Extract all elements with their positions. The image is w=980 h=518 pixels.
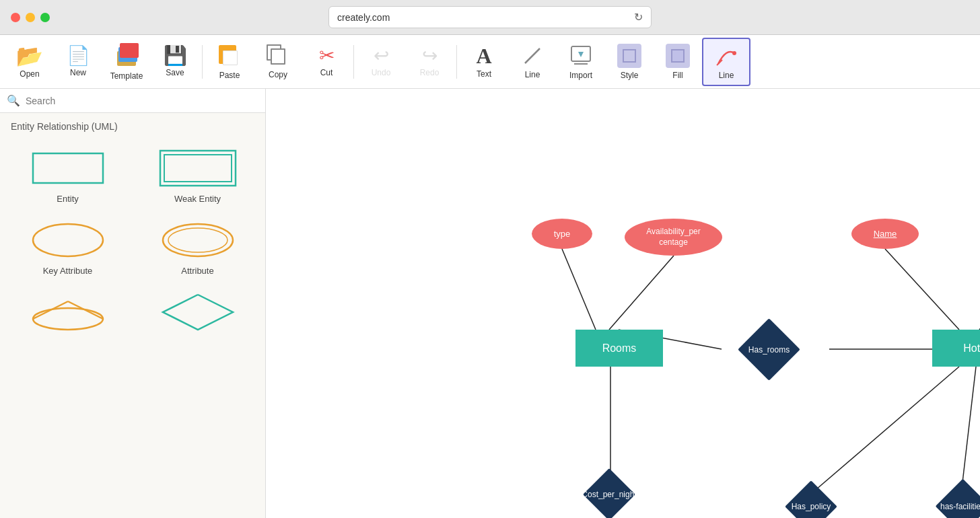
toolbar: 📂 Open 📄 New Template 💾 Save Paste Cop bbox=[0, 35, 980, 89]
cut-icon: ✂ bbox=[319, 46, 335, 65]
maximize-button[interactable] bbox=[40, 13, 50, 22]
svg-line-16 bbox=[33, 301, 68, 319]
has-facilities-attribute[interactable]: has-facilities bbox=[912, 488, 980, 518]
text-label: Text bbox=[477, 69, 491, 79]
undo-icon: ↩ bbox=[374, 46, 389, 65]
svg-point-13 bbox=[163, 224, 233, 256]
type-attribute[interactable]: type bbox=[532, 219, 592, 249]
import-tool[interactable]: Import bbox=[557, 38, 605, 86]
has-policy-attribute[interactable]: Has_policy bbox=[764, 488, 858, 518]
line-active-icon bbox=[714, 44, 738, 68]
svg-line-21 bbox=[562, 249, 596, 330]
svg-line-17 bbox=[68, 301, 103, 319]
rooms-label: Rooms bbox=[602, 342, 637, 355]
copy-label: Copy bbox=[269, 70, 287, 79]
hotel-entity[interactable]: Hotel bbox=[932, 330, 980, 367]
svg-line-0 bbox=[525, 48, 540, 63]
fill-tool[interactable]: Fill bbox=[654, 38, 702, 86]
undo-tool[interactable]: ↩ Undo bbox=[357, 38, 405, 86]
has-rooms-label: Has_rooms bbox=[748, 345, 790, 355]
hotel-label: Hotel bbox=[963, 342, 980, 355]
style-icon bbox=[617, 44, 641, 68]
template-tool[interactable]: Template bbox=[102, 38, 151, 86]
new-label: New bbox=[70, 68, 86, 77]
availability-attribute[interactable]: Availability_percentage bbox=[625, 219, 722, 256]
sidebar: 🔍 Entity Relationship (UML) Entity Weak … bbox=[0, 89, 266, 518]
category-title: Entity Relationship (UML) bbox=[0, 113, 265, 137]
copy-icon bbox=[267, 44, 289, 67]
redo-label: Redo bbox=[420, 68, 440, 77]
save-label: Save bbox=[166, 68, 184, 77]
text-tool[interactable]: A Text bbox=[460, 38, 508, 86]
redo-tool[interactable]: ↪ Redo bbox=[405, 38, 454, 86]
svg-line-23 bbox=[885, 249, 959, 330]
svg-rect-10 bbox=[160, 151, 236, 186]
template-icon bbox=[114, 43, 139, 69]
redo-icon: ↪ bbox=[422, 46, 438, 65]
cut-label: Cut bbox=[320, 68, 333, 77]
svg-rect-5 bbox=[672, 50, 684, 62]
fill-label: Fill bbox=[672, 71, 682, 80]
svg-point-12 bbox=[33, 224, 103, 256]
weak-entity-svg bbox=[158, 148, 238, 188]
more-shape-2[interactable] bbox=[135, 287, 260, 343]
open-tool[interactable]: 📂 Open bbox=[5, 38, 54, 86]
save-tool[interactable]: 💾 Save bbox=[151, 38, 199, 86]
svg-point-7 bbox=[732, 51, 736, 55]
new-tool[interactable]: 📄 New bbox=[54, 38, 102, 86]
paste-label: Paste bbox=[219, 71, 240, 80]
separator-1 bbox=[202, 45, 203, 79]
more-shape-1[interactable] bbox=[5, 287, 130, 343]
separator-3 bbox=[456, 45, 457, 79]
has-facilities-label: has-facilities bbox=[940, 502, 980, 511]
undo-label: Undo bbox=[372, 68, 391, 77]
line-label: Line bbox=[525, 70, 540, 79]
url-text: creately.com bbox=[337, 12, 390, 23]
search-input[interactable] bbox=[26, 96, 258, 106]
attribute-label: Attribute bbox=[181, 266, 213, 276]
style-label: Style bbox=[621, 71, 639, 80]
url-bar[interactable]: creately.com ↻ bbox=[328, 6, 652, 28]
type-label: type bbox=[554, 229, 571, 239]
line-active-tool[interactable]: Line bbox=[702, 38, 750, 86]
name-label: Name bbox=[874, 229, 897, 239]
attribute-svg bbox=[158, 220, 238, 260]
close-button[interactable] bbox=[11, 13, 20, 22]
line-tool[interactable]: Line bbox=[508, 38, 557, 86]
has-policy-label: Has_policy bbox=[792, 502, 831, 511]
canvas[interactable]: type Availability_percentage Name Rating… bbox=[266, 89, 980, 518]
minimize-button[interactable] bbox=[26, 13, 35, 22]
name-attribute[interactable]: Name bbox=[851, 219, 919, 249]
availability-label: Availability_percentage bbox=[646, 227, 701, 248]
entity-svg bbox=[28, 148, 108, 188]
svg-point-14 bbox=[168, 228, 228, 252]
reload-icon[interactable]: ↻ bbox=[634, 11, 643, 24]
template-label: Template bbox=[110, 71, 143, 81]
cost-attribute[interactable]: Cost_per_night bbox=[555, 476, 663, 513]
entity-shape[interactable]: Entity bbox=[5, 143, 130, 209]
attribute-shape[interactable]: Attribute bbox=[135, 215, 260, 281]
weak-entity-shape[interactable]: Weak Entity bbox=[135, 143, 260, 209]
connection-lines bbox=[266, 89, 980, 518]
paste-icon bbox=[217, 44, 242, 68]
cut-tool[interactable]: ✂ Cut bbox=[302, 38, 351, 86]
svg-rect-4 bbox=[623, 50, 635, 62]
rooms-entity[interactable]: Rooms bbox=[575, 330, 663, 367]
copy-tool[interactable]: Copy bbox=[254, 38, 302, 86]
has-rooms-relationship[interactable]: Has_rooms bbox=[713, 328, 825, 371]
svg-rect-9 bbox=[33, 153, 103, 183]
line-icon bbox=[521, 44, 544, 67]
paste-tool[interactable]: Paste bbox=[205, 38, 254, 86]
search-bar: 🔍 bbox=[0, 89, 265, 113]
open-label: Open bbox=[20, 69, 39, 79]
key-attribute-shape[interactable]: Key Attribute bbox=[5, 215, 130, 281]
fill-icon bbox=[666, 44, 690, 68]
svg-line-22 bbox=[609, 256, 674, 330]
style-tool[interactable]: Style bbox=[605, 38, 654, 86]
entity-label: Entity bbox=[57, 194, 79, 204]
text-icon: A bbox=[476, 45, 491, 67]
save-icon: 💾 bbox=[164, 46, 187, 65]
import-icon bbox=[569, 44, 593, 68]
shapes-grid: Entity Weak Entity Key Attribute bbox=[0, 137, 265, 348]
traffic-lights bbox=[11, 13, 50, 22]
